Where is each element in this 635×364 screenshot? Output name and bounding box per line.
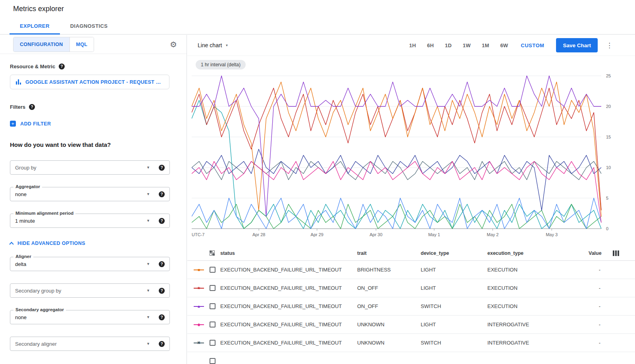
chevron-down-icon: ▼ [146, 262, 150, 266]
field-min-alignment-period[interactable]: Minimum alignment period 1 minute ▼ ? [10, 214, 170, 228]
add-filter-label: ADD FILTER [20, 121, 51, 127]
chart-type-dropdown[interactable]: Line chart ▼ [198, 42, 228, 48]
legend-grid-icon[interactable] [210, 250, 215, 256]
cell-device-type: SWITCH [421, 340, 487, 346]
chevron-down-icon: ▼ [146, 192, 150, 196]
row-checkbox[interactable] [210, 303, 216, 309]
cell-execution-type: INTERROGATIVE [487, 340, 589, 346]
field-secondary-group-by[interactable]: Secondary group by ▼ ? [10, 283, 170, 298]
cell-device-type: LIGHT [421, 267, 487, 273]
column-settings-icon[interactable] [613, 250, 619, 256]
range-1m[interactable]: 1M [482, 40, 489, 51]
help-icon[interactable]: ? [29, 104, 35, 110]
series-marker-icon: ★ [194, 285, 204, 291]
configuration-tab[interactable]: CONFIGURATION [13, 37, 69, 52]
cell-status: EXECUTION_BACKEND_FAILURE_URL_TIMEOUT [220, 322, 357, 327]
save-chart-button[interactable]: Save Chart [556, 38, 598, 52]
range-6w[interactable]: 6W [500, 40, 508, 51]
view-data-question: How do you want to view that data? [10, 141, 177, 148]
row-checkbox[interactable] [210, 267, 216, 273]
help-icon[interactable]: ? [159, 288, 165, 294]
line-chart: 0510152025UTC-7Apr 28Apr 29Apr 30May 1Ma… [192, 74, 620, 239]
help-icon[interactable]: ? [159, 261, 165, 267]
column-header-status[interactable]: status [220, 250, 357, 256]
tab-explorer[interactable]: EXPLORER [10, 18, 60, 34]
help-icon[interactable]: ? [159, 341, 165, 347]
x-axis-label: May 1 [428, 232, 440, 237]
chevron-down-icon: ▼ [146, 342, 150, 346]
page-title: Metrics explorer [13, 5, 64, 13]
cell-value: - [589, 267, 600, 273]
tab-diagnostics[interactable]: DIAGNOSTICS [60, 18, 118, 34]
checkbox-cell [210, 267, 220, 273]
field-value: none [15, 314, 27, 320]
field-secondary-aggregator[interactable]: Secondary aggregator none ▼ ? [10, 310, 170, 324]
table-row: ✖EXECUTION_BACKEND_FAILURE_URL_TIMEOUTUN… [187, 334, 635, 352]
chart-area[interactable]: 0510152025UTC-7Apr 28Apr 29Apr 30May 1Ma… [192, 74, 635, 240]
config-sidebar: CONFIGURATION MQL ⚙ Resource & Metric ? … [0, 35, 187, 364]
field-group-by[interactable]: Group by ▼ ? [10, 160, 170, 175]
cell-value: - [589, 303, 600, 309]
cell-execution-type: INTERROGATIVE [487, 322, 589, 327]
cell-trait: UNKNOWN [357, 322, 421, 327]
series-table: status trait device_type execution_type … [187, 246, 635, 364]
chevron-down-icon: ▼ [146, 166, 150, 169]
range-6h[interactable]: 6H [427, 40, 434, 51]
range-1h[interactable]: 1H [409, 40, 416, 51]
checkbox-cell [210, 322, 220, 327]
metric-selector-button[interactable]: GOOGLE ASSISTANT ACTION PROJECT - REQUES… [10, 75, 169, 89]
field-secondary-aligner[interactable]: Secondary aligner ▼ ? [10, 337, 170, 351]
chart-panel: Line chart ▼ 1H 6H 1D 1W 1M 6W CUSTOM Sa… [187, 35, 635, 364]
bar-chart-icon [15, 79, 21, 85]
help-icon[interactable]: ? [159, 218, 165, 224]
cell-status: EXECUTION_BACKEND_FAILURE_URL_TIMEOUT [220, 285, 357, 291]
cell-device-type: LIGHT [421, 285, 487, 291]
field-aggregator[interactable]: Aggregator none ▼ ? [10, 187, 170, 201]
y-axis-label: 10 [606, 165, 611, 170]
field-label: Aligner [13, 254, 33, 259]
row-checkbox[interactable] [210, 285, 216, 291]
mql-tab[interactable]: MQL [69, 37, 94, 52]
row-checkbox[interactable] [210, 322, 216, 327]
column-settings-cell [613, 250, 619, 256]
help-icon[interactable]: ? [159, 314, 165, 320]
column-header-value[interactable]: Value [589, 250, 600, 256]
range-custom[interactable]: CUSTOM [521, 40, 544, 51]
sidebar-header: CONFIGURATION MQL ⚙ [0, 35, 187, 54]
cell-device-type: LIGHT [421, 322, 487, 327]
marker-cell: ◆ [194, 322, 210, 327]
column-header-device-type[interactable]: device_type [421, 250, 487, 256]
y-axis-label: 20 [606, 104, 611, 109]
field-label: Minimum alignment period [13, 211, 75, 216]
resource-metric-section: Resource & Metric ? [10, 64, 177, 69]
y-axis-label: 15 [606, 135, 611, 139]
x-axis-label: UTC-7 [192, 232, 204, 237]
legend-toggle-cell [210, 250, 220, 256]
cell-trait: BRIGHTNESS [357, 267, 421, 273]
add-filter-button[interactable]: + ADD FILTER [10, 121, 51, 127]
table-row: ▲EXECUTION_BACKEND_FAILURE_URL_TIMEOUTON… [187, 297, 635, 316]
interval-chip[interactable]: 1 hr interval (delta) [196, 60, 246, 69]
row-checkbox[interactable] [210, 358, 216, 364]
time-range-controls: 1H 6H 1D 1W 1M 6W CUSTOM Save Chart ⋮ [398, 38, 613, 52]
row-checkbox[interactable] [210, 340, 216, 346]
column-header-execution-type[interactable]: execution_type [487, 250, 589, 256]
settings-gear-icon[interactable]: ⚙ [170, 40, 177, 48]
cell-value: - [589, 322, 600, 327]
metric-selector-label: GOOGLE ASSISTANT ACTION PROJECT - REQUES… [25, 79, 164, 85]
range-1d[interactable]: 1D [445, 40, 452, 51]
hide-advanced-options-button[interactable]: HIDE ADVANCED OPTIONS [10, 241, 85, 246]
field-value: 1 minute [15, 218, 35, 224]
app-header: Metrics explorer [0, 0, 635, 18]
series-marker-icon: ◆ [194, 322, 204, 327]
field-aligner[interactable]: Aligner delta ▼ ? [10, 257, 170, 271]
field-label: Secondary aggregator [13, 307, 66, 312]
more-options-icon[interactable]: ⋮ [606, 41, 613, 50]
range-1w[interactable]: 1W [463, 40, 471, 51]
help-icon[interactable]: ? [159, 191, 165, 197]
y-axis-label: 5 [606, 196, 608, 200]
help-icon[interactable]: ? [59, 64, 65, 69]
help-icon[interactable]: ? [159, 165, 165, 171]
column-header-trait[interactable]: trait [357, 250, 421, 256]
marker-cell: ★ [194, 285, 210, 291]
